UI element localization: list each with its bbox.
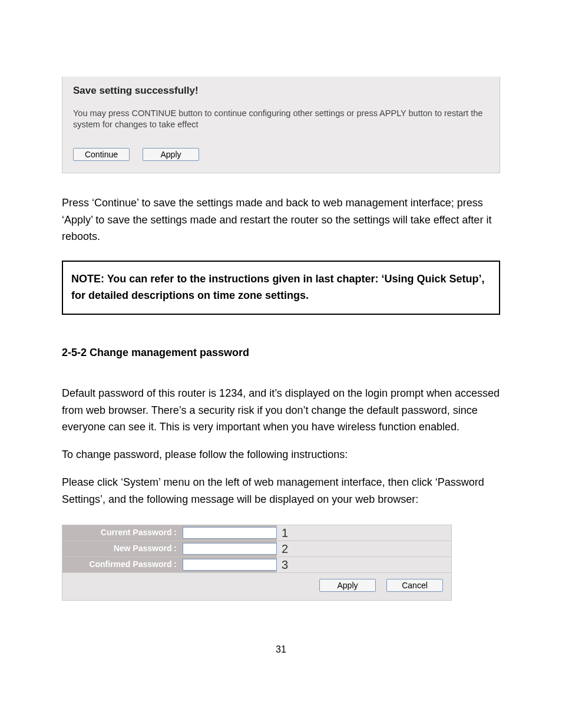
password-panel-button-row: Apply Cancel (62, 573, 451, 600)
apply-button[interactable]: Apply (143, 148, 199, 161)
save-setting-body: You may press CONTINUE button to continu… (73, 108, 489, 130)
password-cancel-button[interactable]: Cancel (386, 579, 443, 592)
section-heading: 2-5-2 Change management password (62, 344, 500, 361)
current-password-label: Current Password : (62, 525, 180, 541)
new-password-label: New Password : (62, 541, 180, 556)
current-password-input[interactable] (183, 527, 277, 539)
continue-button[interactable]: Continue (73, 148, 130, 161)
body-paragraph-3: To change password, please follow the fo… (62, 446, 500, 463)
body-paragraph-2: Default password of this router is 1234,… (62, 385, 500, 436)
save-setting-panel: Save setting successfully! You may press… (62, 77, 500, 173)
confirmed-password-label: Confirmed Password : (62, 557, 180, 572)
table-row: Confirmed Password : 3 (62, 557, 451, 573)
page-number: 31 (62, 642, 500, 657)
confirmed-password-input[interactable] (183, 559, 277, 571)
table-row: New Password : 2 (62, 541, 451, 557)
callout-number-3: 3 (282, 555, 288, 574)
save-setting-title: Save setting successfully! (73, 83, 489, 98)
body-paragraph-1: Press ‘Continue’ to save the settings ma… (62, 195, 500, 245)
note-box: NOTE: You can refer to the instructions … (62, 261, 500, 315)
password-apply-button[interactable]: Apply (319, 579, 376, 592)
password-settings-panel: Current Password : 1 New Password : 2 Co… (62, 525, 452, 601)
save-setting-button-row: Continue Apply (73, 148, 489, 161)
new-password-input[interactable] (183, 543, 277, 555)
table-row: Current Password : 1 (62, 525, 451, 541)
body-paragraph-4: Please click ‘System’ menu on the left o… (62, 474, 500, 508)
